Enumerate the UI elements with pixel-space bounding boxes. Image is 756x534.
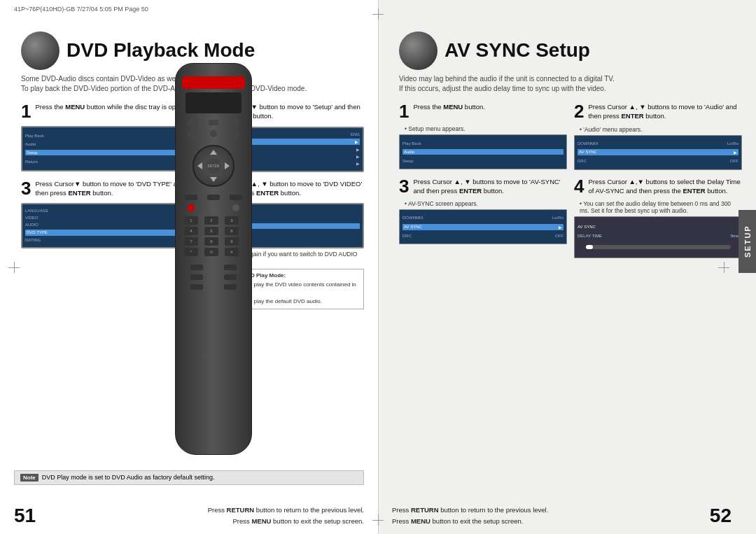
- remote-left-arrow[interactable]: [197, 162, 202, 169]
- left-step-1-desc: Press the MENU button while the disc tra…: [35, 102, 185, 111]
- remote-numpad: 1 2 3 4 5 6 7 8 9 * 0 #: [176, 213, 251, 259]
- right-step-4-desc: Press Cursor ▲,▼ buttons to select the D…: [588, 177, 742, 196]
- right-crosshair: [718, 262, 729, 273]
- right-step-2-screen: DOWNMIXLo/Ro AV SYNC▶ DRCOFF: [574, 135, 742, 170]
- delay-bar-fill: [586, 245, 593, 249]
- right-step-1-number: 1: [399, 102, 409, 120]
- right-step-1-note: Setup menu appears.: [399, 125, 567, 132]
- left-page-number: 51: [14, 505, 36, 526]
- remote-num-9[interactable]: 9: [225, 237, 239, 246]
- right-step-2-desc: Press Cursor ▲, ▼ buttons to move to 'Au…: [588, 102, 742, 121]
- remote-rect-9[interactable]: [224, 284, 237, 290]
- remote-nav-circle[interactable]: ENTER: [192, 145, 234, 187]
- page-divider: [378, 0, 379, 534]
- right-step-4: 4 Press Cursor ▲,▼ buttons to select the…: [574, 177, 742, 259]
- right-step-1: 1 Press the MENU button. Setup menu appe…: [399, 102, 567, 170]
- note-label: Note: [20, 474, 38, 482]
- remote-rect-2[interactable]: [207, 195, 220, 200]
- left-step-1: 1 Press the MENU button while the disc t…: [21, 102, 189, 172]
- remote-sm-btn-1[interactable]: [188, 130, 195, 137]
- remote-down-arrow[interactable]: [210, 177, 217, 182]
- left-title: DVD Playback Mode: [66, 40, 255, 62]
- remote-body: ENTER 1 2 3 4 5 6 7 8 9 * 0 #: [175, 63, 252, 455]
- remote-num-3[interactable]: 3: [225, 216, 239, 225]
- note-text: DVD Play mode is set to DVD Audio as fac…: [42, 474, 215, 481]
- right-title-section: AV SYNC Setup: [399, 31, 742, 70]
- right-step-4-number: 4: [574, 177, 584, 195]
- top-crosshair: [372, 8, 384, 20]
- remote-rect-5[interactable]: [224, 265, 237, 270]
- remote-num-1[interactable]: 1: [184, 216, 198, 225]
- right-step-4-note: You can set the audio delay time between…: [574, 200, 742, 214]
- remote-enter-button[interactable]: ENTER: [206, 158, 221, 174]
- remote-top-indicator: [182, 76, 245, 89]
- right-subtitle: Video may lag behind the audio if the un…: [399, 74, 742, 94]
- left-step-3-header: 3 Press Cursor▼ button to move to 'DVD T…: [21, 179, 189, 198]
- left-footer-text: Press RETURN button to return to the pre…: [208, 505, 364, 527]
- remote-sm-btn-3[interactable]: [232, 130, 239, 137]
- bottom-crosshair: [372, 514, 384, 526]
- left-step-1-number: 1: [21, 102, 31, 120]
- remote-row-1: [176, 128, 251, 139]
- left-crosshair: [8, 262, 20, 273]
- remote-rect-6[interactable]: [190, 274, 203, 280]
- right-page-number: 52: [710, 505, 732, 526]
- remote-display: [186, 92, 241, 113]
- setup-tab: SETUP: [738, 210, 756, 273]
- remote-num-7[interactable]: 7: [184, 237, 198, 246]
- remote-num-4[interactable]: 4: [184, 227, 198, 235]
- remote-rect-4[interactable]: [190, 265, 203, 270]
- right-step-3-desc: Press Cursor ▲, ▼ buttons to move to 'AV…: [413, 177, 567, 196]
- remote-rect-7[interactable]: [224, 274, 237, 280]
- remote-rect-1[interactable]: [185, 195, 197, 200]
- remote-play-btn[interactable]: [188, 204, 195, 211]
- right-footer-text: Press RETURN button to return to the pre…: [392, 505, 548, 527]
- remote-num-5[interactable]: 5: [204, 227, 218, 235]
- remote-top-buttons: [176, 117, 251, 128]
- left-step-3-screen: LANGUAGEENG VIDEO▶ AUDIO▶ DVD TYPE▶ RATI…: [21, 203, 189, 248]
- remote-num-star[interactable]: *: [184, 248, 198, 256]
- right-step-2-note: 'Audio' menu appears.: [574, 126, 742, 133]
- right-step-3-note: AV-SYNC screen appears.: [399, 200, 567, 207]
- remote-stop-btn[interactable]: [210, 204, 217, 211]
- left-step-3: 3 Press Cursor▼ button to move to 'DVD T…: [21, 179, 189, 310]
- right-footer: Press RETURN button to return to the pre…: [392, 505, 732, 527]
- right-step-3-header: 3 Press Cursor ▲, ▼ buttons to move to '…: [399, 177, 567, 196]
- remote-num-2[interactable]: 2: [204, 216, 218, 225]
- left-step-3-desc: Press Cursor▼ button to move to 'DVD TYP…: [35, 179, 189, 198]
- header-text: 41P~76P(410HD)-GB 7/27/04 5:05 PM Page 5…: [14, 6, 148, 13]
- remote-sm-btn-2[interactable]: [210, 130, 217, 137]
- right-step-4-screen: AV SYNC DELAY TIME0ms: [574, 216, 742, 258]
- note-box: Note DVD Play mode is set to DVD Audio a…: [14, 470, 364, 485]
- left-footer: 51 Press RETURN button to return to the …: [14, 505, 364, 527]
- right-step-2: 2 Press Cursor ▲, ▼ buttons to move to '…: [574, 102, 742, 170]
- remote-num-hash[interactable]: #: [225, 248, 239, 256]
- remote-btn-3[interactable]: [229, 120, 239, 125]
- remote-pause-btn[interactable]: [232, 204, 239, 211]
- right-step-2-header: 2 Press Cursor ▲, ▼ buttons to move to '…: [574, 102, 742, 121]
- remote-btn-1[interactable]: [188, 120, 198, 125]
- left-title-circle: [21, 31, 59, 70]
- right-page: AV SYNC Setup Video may lag behind the a…: [378, 0, 756, 534]
- remote-num-0[interactable]: 0: [204, 248, 218, 256]
- right-title-circle: [399, 31, 438, 70]
- right-step-2-number: 2: [574, 102, 584, 120]
- right-step-1-header: 1 Press the MENU button.: [399, 102, 567, 120]
- left-step-1-screen: Play Back Audio Setup Return: [21, 126, 189, 171]
- right-steps-grid: 1 Press the MENU button. Setup menu appe…: [399, 102, 742, 258]
- remote-control: ENTER 1 2 3 4 5 6 7 8 9 * 0 #: [168, 63, 259, 469]
- remote-num-8[interactable]: 8: [204, 237, 218, 246]
- right-step-1-desc: Press the MENU button.: [413, 102, 484, 111]
- right-step-3-screen: DOWNMIXLo/Ro AV SYNC▶ DRCOFF: [399, 209, 567, 244]
- right-step-3: 3 Press Cursor ▲, ▼ buttons to move to '…: [399, 177, 567, 259]
- right-step-3-number: 3: [399, 177, 409, 195]
- remote-num-6[interactable]: 6: [225, 227, 239, 235]
- remote-rect-8[interactable]: [190, 284, 203, 290]
- left-step-3-number: 3: [21, 179, 31, 197]
- remote-rect-3[interactable]: [230, 195, 242, 200]
- remote-up-arrow[interactable]: [210, 150, 217, 155]
- right-title: AV SYNC Setup: [444, 40, 590, 62]
- left-step-1-header: 1 Press the MENU button while the disc t…: [21, 102, 189, 120]
- remote-btn-2[interactable]: [209, 120, 218, 125]
- remote-right-arrow[interactable]: [225, 162, 230, 169]
